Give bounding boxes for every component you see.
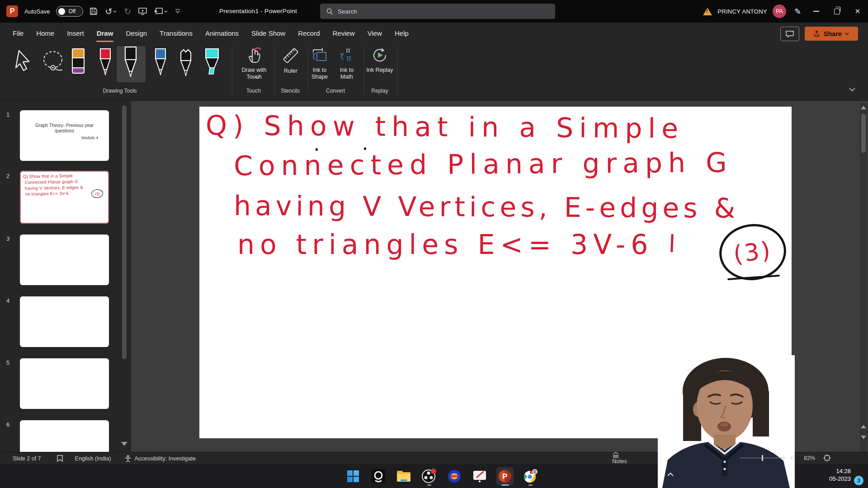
document-title: Presentation1 - PowerPoint (219, 0, 297, 23)
ink-replay-button[interactable]: Ink Replay (365, 46, 394, 74)
slide-indicator[interactable]: Slide 2 of 7 (13, 455, 41, 462)
black-pen-selected-tile[interactable] (117, 46, 146, 82)
slide-number: 4 (6, 297, 9, 304)
select-tool[interactable] (14, 48, 34, 76)
zoom-slider-thumb[interactable] (762, 455, 764, 461)
ink-line-1: Q) Show that in a Simple (206, 109, 684, 144)
tab-animations[interactable]: Animations (199, 23, 245, 44)
chrome-icon[interactable] (522, 466, 539, 486)
previous-slide-icon[interactable] (861, 425, 866, 428)
black-pencil[interactable] (179, 48, 193, 77)
eraser-tool[interactable] (71, 48, 85, 76)
comment-icon (786, 31, 794, 38)
notification-badge[interactable]: 3 (854, 476, 863, 485)
tab-help[interactable]: Help (388, 23, 415, 44)
comments-button[interactable] (780, 27, 799, 41)
tab-slide-show[interactable]: Slide Show (245, 23, 292, 44)
ink-line-3: having V Vertices, E-edges & (234, 190, 740, 224)
warning-icon[interactable] (703, 8, 712, 15)
obs-studio-icon[interactable] (420, 466, 438, 486)
scrollbar-thumb[interactable] (861, 114, 866, 153)
notes-button[interactable]: Notes (612, 452, 627, 465)
ink-line-4: no triangles E<= 3V-6 (237, 229, 654, 260)
fit-to-window-button[interactable] (823, 454, 831, 462)
redo-icon: ↻ (124, 7, 131, 16)
ink-to-shape-icon (311, 46, 329, 64)
collapse-ribbon-icon[interactable] (849, 88, 855, 92)
taskbar-clock[interactable]: 14:28 05-2023 (829, 467, 851, 483)
powerpoint-taskbar-icon[interactable]: P (496, 466, 514, 486)
zoom-level[interactable]: 82% (804, 455, 815, 461)
tab-insert[interactable]: Insert (61, 23, 90, 44)
autosave-label: AutoSave (24, 8, 50, 15)
tab-file[interactable]: File (6, 23, 30, 44)
present-icon[interactable] (138, 7, 147, 15)
slide-thumbnail-2-selected[interactable]: Q) Show that in a Simple Connected Plana… (20, 171, 109, 224)
tab-view[interactable]: View (361, 23, 388, 44)
close-button[interactable]: ✕ (847, 0, 868, 23)
slide-number: 2 (6, 173, 9, 179)
zoom-in-button[interactable]: + (790, 454, 794, 462)
tab-transitions[interactable]: Transitions (153, 23, 199, 44)
ink-pen-tick (670, 234, 673, 252)
canvas-scrollbar[interactable] (860, 103, 867, 452)
windows-start-button[interactable] (344, 466, 362, 486)
svg-text:P: P (502, 472, 507, 481)
customize-quick-access-icon[interactable] (175, 9, 180, 14)
autosave-toggle[interactable]: Off (56, 6, 83, 17)
powerpoint-app-icon: P (6, 5, 18, 17)
ribbon-tab-row: File Home Insert Draw Design Transitions… (0, 23, 868, 44)
tray-expand-chevron-icon[interactable] (667, 472, 674, 476)
thumb2-marks-badge: (3) (91, 189, 104, 199)
teal-highlighter[interactable] (204, 48, 220, 77)
tab-home[interactable]: Home (30, 23, 61, 44)
ink-to-shape-button[interactable]: Ink to Shape (306, 46, 334, 80)
lasso-select-tool[interactable] (42, 48, 65, 76)
tab-review[interactable]: Review (326, 23, 361, 44)
black-pen[interactable] (124, 46, 137, 78)
scroll-up-icon[interactable] (861, 106, 866, 109)
user-avatar[interactable]: PA (773, 5, 786, 18)
camera-app-icon[interactable] (370, 466, 387, 486)
next-slide-icon[interactable] (861, 436, 866, 439)
save-icon[interactable] (90, 7, 98, 15)
whiteboard-app-icon[interactable] (471, 466, 488, 486)
voice-app-icon[interactable] (446, 466, 463, 486)
marks-badge-text: (3) (732, 236, 774, 268)
spellcheck-flag-icon[interactable] (57, 455, 63, 462)
language-indicator[interactable]: English (India) (75, 455, 111, 462)
group-label-touch: Touch (246, 88, 261, 94)
slide-thumbnail-1[interactable]: Graph Theory- Previous year questions Mo… (20, 110, 109, 161)
slide-thumbnail-4[interactable] (20, 296, 109, 347)
tab-design[interactable]: Design (119, 23, 153, 44)
search-input[interactable]: Search (320, 4, 555, 19)
red-pen[interactable] (99, 48, 112, 77)
file-explorer-icon[interactable] (395, 466, 412, 486)
group-label-stencils: Stencils (281, 88, 300, 94)
tab-draw[interactable]: Draw (90, 23, 120, 44)
slide-thumbnail-3[interactable] (20, 235, 109, 285)
accessibility-indicator[interactable]: Accessibility: Investigate (124, 455, 195, 462)
user-name[interactable]: PRINCY ANTONY (717, 8, 767, 15)
slide-thumbnail-5[interactable] (20, 358, 109, 409)
ruler-button[interactable]: Ruler (277, 46, 304, 75)
tab-record[interactable]: Record (292, 23, 326, 44)
undo-icon[interactable]: ↺ (105, 7, 117, 16)
minimize-button[interactable] (806, 0, 826, 23)
draw-with-touch-button[interactable]: Draw with Touch (236, 46, 272, 80)
share-button[interactable]: Share (805, 27, 858, 41)
active-running-indicator (501, 484, 509, 486)
thumbnail-scroll-down-icon[interactable] (121, 442, 127, 446)
zoom-slider[interactable] (740, 458, 785, 459)
group-label-drawing-tools: Drawing Tools (103, 88, 137, 94)
new-slide-icon[interactable] (154, 7, 168, 15)
coming-soon-pen-icon[interactable]: ✎ (794, 7, 801, 16)
running-indicator (427, 484, 431, 486)
thumbnail-scrollbar[interactable] (122, 105, 127, 359)
avatar-initials: PA (776, 8, 783, 14)
blue-pen[interactable] (154, 48, 167, 77)
restore-button[interactable] (826, 0, 847, 23)
ink-replay-icon (371, 46, 389, 64)
slide-thumbnail-6[interactable] (20, 420, 109, 452)
ink-to-math-button[interactable]: ππ Ink to Math (334, 46, 360, 80)
